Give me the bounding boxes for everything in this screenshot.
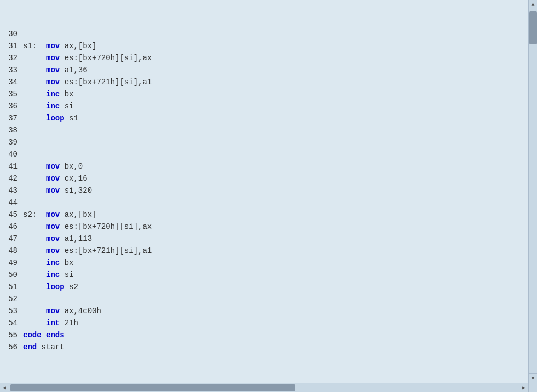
keyword: inc	[46, 258, 60, 267]
line-number: 42	[0, 173, 23, 185]
line-content: mov es:[bx+720h][si],ax	[23, 53, 528, 65]
keyword: end	[23, 343, 37, 351]
line-content: mov es:[bx+721h][si],a1	[23, 77, 528, 89]
table-row: 34 mov es:[bx+721h][si],a1	[0, 77, 528, 89]
editor-window: 3031s1: mov ax,[bx]32 mov es:[bx+720h][s…	[0, 0, 537, 392]
keyword: mov	[46, 174, 60, 183]
code-area: 3031s1: mov ax,[bx]32 mov es:[bx+720h][s…	[0, 0, 537, 383]
line-content: mov ax,4c00h	[23, 305, 528, 318]
scrollbar-corner	[528, 383, 537, 392]
line-number: 50	[0, 269, 23, 281]
line-number: 54	[0, 318, 23, 330]
line-content: mov a1,36	[23, 65, 528, 77]
line-content: mov bx,0	[23, 161, 528, 173]
table-row: 51 loop s2	[0, 281, 528, 293]
horizontal-scrollbar-container: ◀ ▶	[0, 383, 537, 392]
line-number: 35	[0, 89, 23, 101]
scroll-up-button[interactable]: ▲	[529, 0, 538, 9]
line-number: 34	[0, 77, 23, 89]
table-row: 49 inc bx	[0, 257, 528, 269]
line-content: inc bx	[23, 89, 528, 101]
table-row: 52	[0, 293, 528, 305]
line-number: 31	[0, 41, 23, 53]
keyword: int	[46, 319, 60, 327]
table-row: 46 mov es:[bx+720h][si],ax	[0, 221, 528, 233]
keyword: mov	[46, 54, 60, 62]
scroll-down-button[interactable]: ▼	[529, 373, 538, 383]
table-row: 44	[0, 197, 528, 209]
keyword: mov	[46, 186, 60, 195]
keyword: code	[23, 331, 42, 339]
horizontal-scrollbar[interactable]: ◀ ▶	[0, 383, 528, 392]
table-row: 45s2: mov ax,[bx]	[0, 209, 528, 221]
line-content: inc si	[23, 269, 528, 281]
scroll-left-button[interactable]: ◀	[0, 383, 9, 393]
keyword: mov	[46, 78, 60, 87]
line-number: 41	[0, 161, 23, 173]
line-content: inc si	[23, 101, 528, 113]
table-row: 36 inc si	[0, 101, 528, 113]
line-number: 40	[0, 149, 23, 161]
keyword: mov	[46, 162, 60, 171]
table-row: 37 loop s1	[0, 113, 528, 125]
line-number: 39	[0, 137, 23, 149]
table-row: 40	[0, 149, 528, 161]
scroll-thumb[interactable]	[529, 11, 537, 44]
keyword: mov	[46, 42, 60, 50]
line-number: 46	[0, 221, 23, 233]
keyword: mov	[46, 222, 60, 231]
line-number: 47	[0, 233, 23, 245]
line-content: mov a1,113	[23, 233, 528, 245]
table-row: 47 mov a1,113	[0, 233, 528, 245]
line-content: loop s1	[23, 113, 528, 125]
line-number: 56	[0, 342, 23, 354]
line-number: 48	[0, 245, 23, 257]
table-row: 39	[0, 137, 528, 149]
line-content: s1: mov ax,[bx]	[23, 41, 528, 53]
keyword: loop	[46, 283, 65, 291]
keyword: inc	[46, 102, 60, 111]
table-row: 35 inc bx	[0, 89, 528, 101]
line-content: end start	[23, 342, 528, 354]
table-row: 32 mov es:[bx+720h][si],ax	[0, 53, 528, 65]
line-number: 53	[0, 305, 23, 318]
line-content: code ends	[23, 330, 528, 342]
line-number: 44	[0, 197, 23, 209]
line-content: loop s2	[23, 281, 528, 293]
table-row: 33 mov a1,36	[0, 65, 528, 77]
table-row: 42 mov cx,16	[0, 173, 528, 185]
table-row: 56end start	[0, 342, 528, 354]
line-number: 30	[0, 28, 23, 41]
line-content: mov es:[bx+720h][si],ax	[23, 221, 528, 233]
table-row: 41 mov bx,0	[0, 161, 528, 173]
code-scroll-area[interactable]: 3031s1: mov ax,[bx]32 mov es:[bx+720h][s…	[0, 0, 528, 383]
table-row: 53 mov ax,4c00h	[0, 305, 528, 318]
line-number: 33	[0, 65, 23, 77]
label: s2:	[23, 210, 46, 219]
keyword: mov	[46, 307, 60, 315]
line-content: mov cx,16	[23, 173, 528, 185]
h-scroll-track[interactable]	[9, 383, 519, 393]
scroll-track[interactable]	[529, 9, 538, 373]
line-number: 38	[0, 125, 23, 137]
code-content: 3031s1: mov ax,[bx]32 mov es:[bx+720h][s…	[0, 0, 528, 356]
line-number: 36	[0, 101, 23, 113]
line-number: 37	[0, 113, 23, 125]
line-content: mov es:[bx+721h][si],a1	[23, 245, 528, 257]
label: s1:	[23, 42, 46, 50]
table-row: 54 int 21h	[0, 318, 528, 330]
table-row: 38	[0, 125, 528, 137]
line-content: s2: mov ax,[bx]	[23, 209, 528, 221]
scroll-right-button[interactable]: ▶	[519, 383, 528, 393]
keyword: mov	[46, 246, 60, 255]
h-scroll-thumb[interactable]	[10, 384, 295, 391]
line-content: inc bx	[23, 257, 528, 269]
table-row: 31s1: mov ax,[bx]	[0, 41, 528, 53]
vertical-scrollbar[interactable]: ▲ ▼	[528, 0, 537, 383]
line-content: int 21h	[23, 318, 528, 330]
keyword: mov	[46, 210, 60, 219]
table-row: 30	[0, 28, 528, 41]
line-number: 45	[0, 209, 23, 221]
table-row: 50 inc si	[0, 269, 528, 281]
table-row: 55code ends	[0, 330, 528, 342]
